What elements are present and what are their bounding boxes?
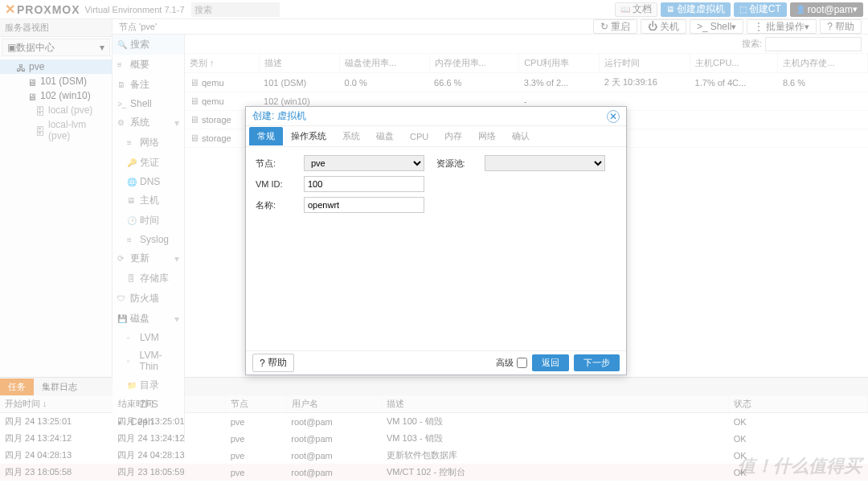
menu-icon: 🗎 bbox=[117, 80, 127, 89]
sidemenu-item-0[interactable]: 🔍搜索 bbox=[113, 35, 184, 55]
create-ct-button[interactable]: ⬚创建CT bbox=[734, 2, 787, 17]
help-icon: ? bbox=[260, 358, 265, 369]
sidemenu-item-13[interactable]: 🛡防火墙 bbox=[113, 289, 184, 309]
wizard-tab-6: 网络 bbox=[470, 127, 504, 145]
sidemenu-item-5[interactable]: ≡网络 bbox=[113, 133, 184, 153]
grid-column-header[interactable]: 类别 ↑ bbox=[185, 54, 259, 73]
vmid-input[interactable] bbox=[304, 176, 424, 192]
node-config-menu: 🔍搜索≡概要🗎备注>_Shell⚙系统▾≡网络🔑凭证🌐DNS🖥主机🕒时间≡Sys… bbox=[113, 35, 185, 443]
vmid-label: VM ID: bbox=[256, 179, 304, 189]
wizard-tab-7: 确认 bbox=[504, 127, 538, 145]
menu-icon: 🕒 bbox=[127, 216, 137, 225]
content-toolbar: 节点 'pve' ↻重启 ⏻关机 >_Shell ▾ ⋮批量操作 ▾ ?帮助 bbox=[113, 19, 868, 35]
grid-search-label: 搜索: bbox=[742, 38, 762, 50]
resource-tree-title: 服务器视图 bbox=[0, 19, 112, 37]
server-icon: 🖧 bbox=[16, 63, 26, 71]
table-row[interactable]: 🖥qemu101 (DSM)0.0 %66.6 %3.3% of 2...2 天… bbox=[185, 73, 868, 92]
grid-column-header[interactable]: 磁盘使用率... bbox=[340, 54, 430, 73]
sidemenu-item-12[interactable]: 🗄存储库 bbox=[113, 268, 184, 289]
grid-search-input[interactable] bbox=[765, 37, 862, 51]
type-icon: 🖥 bbox=[190, 96, 199, 107]
sidemenu-item-7[interactable]: 🌐DNS bbox=[113, 173, 184, 190]
tab-cluster-log[interactable]: 集群日志 bbox=[34, 379, 85, 395]
sidemenu-item-1[interactable]: ≡概要 bbox=[113, 55, 184, 75]
user-icon: 👤 bbox=[796, 5, 805, 14]
log-row[interactable]: 四月 23 18:05:58四月 23 18:05:59pveroot@pamV… bbox=[0, 464, 868, 481]
docs-button[interactable]: 📖文档 bbox=[615, 2, 657, 17]
tab-tasks[interactable]: 任务 bbox=[0, 379, 34, 395]
node-select[interactable]: pve bbox=[304, 155, 424, 171]
user-menu-button[interactable]: 👤root@pam ▾ bbox=[790, 2, 863, 17]
tree-node-pve[interactable]: 🖧pve bbox=[0, 59, 112, 74]
sidemenu-item-9[interactable]: 🕒时间 bbox=[113, 211, 184, 231]
logo-icon: ✕ bbox=[5, 2, 15, 17]
log-row[interactable]: 四月 24 04:28:13四月 24 04:28:13pveroot@pam更… bbox=[0, 447, 868, 464]
view-selector[interactable]: ▣ 数据中心▾ bbox=[2, 39, 110, 56]
menu-icon: 🖥 bbox=[127, 196, 137, 205]
sidemenu-item-11[interactable]: ⟳更新▾ bbox=[113, 248, 184, 268]
global-search-input[interactable] bbox=[191, 2, 280, 17]
desktop-icon: 🖥 bbox=[666, 5, 674, 14]
tree-storage-local[interactable]: 🗄local (pve) bbox=[0, 103, 112, 117]
tree-vm-102[interactable]: 🖥102 (win10) bbox=[0, 88, 112, 103]
shell-button[interactable]: >_Shell ▾ bbox=[690, 19, 743, 34]
topbar: ✕ PROXMOX Virtual Environment 7.1-7 📖文档 … bbox=[0, 0, 868, 19]
wizard-tab-1[interactable]: 操作系统 bbox=[283, 127, 334, 145]
grid-column-header[interactable]: 主机CPU... bbox=[690, 54, 778, 73]
sidemenu-item-3[interactable]: >_Shell bbox=[113, 95, 184, 113]
create-vm-button[interactable]: 🖥创建虚拟机 bbox=[661, 2, 731, 17]
tree-storage-local-lvm[interactable]: 🗄local-lvm (pve) bbox=[0, 117, 112, 143]
reboot-button[interactable]: ↻重启 bbox=[593, 19, 637, 34]
wizard-tab-0[interactable]: 常规 bbox=[249, 127, 283, 145]
type-icon: 🖥 bbox=[190, 114, 199, 125]
type-icon: 🖥 bbox=[190, 133, 199, 144]
advanced-checkbox[interactable] bbox=[517, 358, 527, 368]
wizard-tab-2: 系统 bbox=[334, 127, 368, 145]
next-button[interactable]: 下一步 bbox=[574, 354, 620, 371]
menu-icon: >_ bbox=[117, 100, 127, 108]
help-button[interactable]: ?帮助 bbox=[820, 19, 862, 34]
shutdown-button[interactable]: ⏻关机 bbox=[641, 19, 686, 34]
terminal-icon: >_ bbox=[697, 21, 708, 32]
help-icon: ? bbox=[827, 21, 833, 32]
grid-column-header[interactable]: 主机内存使... bbox=[778, 54, 868, 73]
pool-label: 资源池: bbox=[436, 158, 485, 170]
modal-close-button[interactable]: ✕ bbox=[607, 110, 620, 123]
menu-icon: ≡ bbox=[117, 60, 127, 69]
type-icon: 🖥 bbox=[190, 77, 199, 88]
cube-icon: ⬚ bbox=[739, 5, 747, 14]
grid-column-header[interactable]: 内存使用率... bbox=[429, 54, 519, 73]
modal-title: 创建: 虚拟机 bbox=[252, 109, 306, 123]
database-icon: 🗄 bbox=[35, 106, 45, 114]
pool-select[interactable] bbox=[485, 155, 605, 171]
log-column-header[interactable]: 开始时间 ↓ bbox=[0, 395, 113, 413]
sidemenu-item-14[interactable]: 💾磁盘▾ bbox=[113, 309, 184, 329]
menu-icon: 🗄 bbox=[127, 274, 137, 283]
breadcrumb: 节点 'pve' bbox=[119, 21, 157, 33]
sidemenu-item-8[interactable]: 🖥主机 bbox=[113, 190, 184, 211]
advanced-label: 高级 bbox=[496, 357, 514, 369]
grid-column-header[interactable]: CPU利用率 bbox=[519, 54, 600, 73]
tree-vm-101[interactable]: 🖥101 (DSM) bbox=[0, 74, 112, 88]
sidemenu-item-2[interactable]: 🗎备注 bbox=[113, 75, 184, 95]
logo-text: PROXMOX bbox=[17, 3, 80, 16]
logo: ✕ PROXMOX bbox=[5, 2, 80, 17]
sidemenu-item-4[interactable]: ⚙系统▾ bbox=[113, 113, 184, 133]
name-input[interactable] bbox=[304, 197, 424, 213]
menu-icon: ▫ bbox=[127, 334, 137, 342]
grid-column-header[interactable]: 运行时间 bbox=[600, 54, 690, 73]
create-vm-wizard: 创建: 虚拟机 ✕ 常规操作系统系统磁盘CPU内存网络确认 节点: pve VM… bbox=[245, 106, 627, 375]
grid-column-header[interactable]: 描述 bbox=[259, 54, 339, 73]
back-button[interactable]: 返回 bbox=[532, 354, 569, 371]
bulk-actions-button[interactable]: ⋮批量操作 ▾ bbox=[747, 19, 817, 34]
menu-icon: 🔍 bbox=[117, 40, 127, 49]
sidemenu-item-17[interactable]: 📁目录 bbox=[113, 375, 184, 395]
wizard-help-button[interactable]: ?帮助 bbox=[252, 354, 294, 372]
resource-tree: 🖧pve 🖥101 (DSM) 🖥102 (win10) 🗄local (pve… bbox=[0, 58, 112, 145]
sidemenu-item-6[interactable]: 🔑凭证 bbox=[113, 153, 184, 173]
sidemenu-item-15[interactable]: ▫LVM bbox=[113, 329, 184, 346]
name-label: 名称: bbox=[256, 199, 304, 211]
sidemenu-item-16[interactable]: ▫LVM-Thin bbox=[113, 346, 184, 375]
wizard-footer: ?帮助 高级 返回 下一步 bbox=[246, 350, 626, 375]
sidemenu-item-10[interactable]: ≡Syslog bbox=[113, 231, 184, 248]
